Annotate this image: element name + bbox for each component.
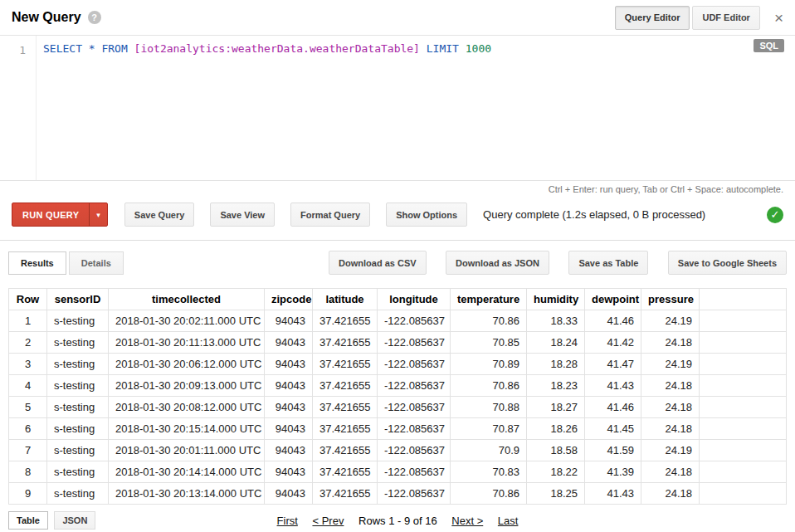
save-query-button[interactable]: Save Query	[124, 203, 195, 227]
table-cell: 70.87	[451, 418, 527, 440]
pagination-prev-link[interactable]: < Prev	[312, 515, 344, 527]
results-table: RowsensorIDtimecollectedzipcodelatitudel…	[8, 288, 787, 505]
table-cell: 2018-01-30 20:06:12.000 UTC	[109, 354, 265, 375]
run-query-button[interactable]: RUN QUERY ▾	[12, 203, 108, 227]
table-cell: -122.085637	[378, 332, 451, 354]
results-footer: Table JSON First < Prev Rows 1 - 9 of 16…	[0, 505, 795, 532]
pagination-first-link[interactable]: First	[277, 515, 298, 527]
table-cell: 70.89	[451, 354, 527, 375]
column-header-pressure: pressure	[641, 289, 700, 310]
line-number: 1	[19, 44, 26, 56]
table-cell: s-testing	[47, 310, 109, 332]
tab-results[interactable]: Results	[8, 251, 66, 275]
table-cell-empty	[700, 418, 787, 440]
table-cell: 24.18	[641, 375, 700, 397]
table-cell: 2018-01-30 20:02:11.000 UTC	[109, 310, 265, 332]
success-check-icon[interactable]: ✓	[767, 207, 783, 223]
table-cell: 24.18	[641, 332, 700, 354]
table-cell-empty	[700, 397, 787, 418]
table-cell: 70.86	[451, 310, 527, 332]
table-cell: 18.23	[527, 375, 585, 397]
table-cell: 2018-01-30 20:01:11.000 UTC	[109, 440, 265, 461]
column-header-longitude: longitude	[378, 289, 451, 310]
table-cell: 37.421655	[313, 440, 378, 461]
table-cell: s-testing	[47, 397, 109, 418]
format-query-button[interactable]: Format Query	[290, 203, 370, 227]
sql-code-line: SELECT * FROM [iot2analytics:weatherData…	[37, 36, 491, 180]
table-cell: 70.88	[451, 397, 527, 418]
table-cell: 2018-01-30 20:14:14.000 UTC	[109, 461, 265, 483]
download-csv-button[interactable]: Download as CSV	[329, 251, 427, 275]
run-query-dropdown-caret-icon[interactable]: ▾	[89, 203, 107, 226]
download-json-button[interactable]: Download as JSON	[446, 251, 549, 275]
table-cell: 41.39	[585, 461, 641, 483]
table-cell: 18.25	[527, 483, 585, 505]
table-cell: 70.86	[451, 375, 527, 397]
table-cell: 24.18	[641, 418, 700, 440]
table-row: 4s-testing2018-01-30 20:09:13.000 UTC940…	[9, 375, 787, 397]
table-cell: 24.19	[641, 354, 700, 375]
table-cell: s-testing	[47, 332, 109, 354]
table-cell: s-testing	[47, 461, 109, 483]
table-cell: 37.421655	[313, 397, 378, 418]
table-cell: 24.18	[641, 483, 700, 505]
table-cell: 94043	[265, 440, 313, 461]
help-icon[interactable]: ?	[88, 11, 101, 24]
table-cell: 24.19	[641, 310, 700, 332]
pagination-next-link[interactable]: Next >	[451, 515, 483, 527]
header-bar: New Query ? Query Editor UDF Editor ×	[0, 0, 795, 35]
table-cell: 18.28	[527, 354, 585, 375]
table-row: 1s-testing2018-01-30 20:02:11.000 UTC940…	[9, 310, 787, 332]
table-cell-empty	[700, 375, 787, 397]
table-row: 2s-testing2018-01-30 20:11:13.000 UTC940…	[9, 332, 787, 354]
table-cell: 41.59	[585, 440, 641, 461]
table-cell: 18.27	[527, 397, 585, 418]
table-cell: -122.085637	[378, 440, 451, 461]
close-icon[interactable]: ×	[774, 10, 783, 26]
table-cell: 2018-01-30 20:09:13.000 UTC	[109, 375, 265, 397]
table-cell: 18.26	[527, 418, 585, 440]
table-cell: 6	[9, 418, 47, 440]
table-cell: -122.085637	[378, 418, 451, 440]
results-actions: Download as CSV Download as JSON Save as…	[313, 251, 787, 275]
table-cell: 94043	[265, 397, 313, 418]
table-cell: 41.43	[585, 375, 641, 397]
column-header-zipcode: zipcode	[265, 289, 313, 310]
save-as-table-button[interactable]: Save as Table	[568, 251, 648, 275]
table-cell: 94043	[265, 483, 313, 505]
show-options-button[interactable]: Show Options	[386, 203, 467, 227]
table-cell: s-testing	[47, 440, 109, 461]
sql-keywords: LIMIT	[420, 42, 466, 55]
tab-details[interactable]: Details	[69, 251, 124, 275]
table-row: 5s-testing2018-01-30 20:08:12.000 UTC940…	[9, 397, 787, 418]
table-cell-empty	[700, 483, 787, 505]
table-cell: -122.085637	[378, 397, 451, 418]
udf-editor-button[interactable]: UDF Editor	[692, 6, 759, 30]
table-cell: 70.83	[451, 461, 527, 483]
save-to-google-sheets-button[interactable]: Save to Google Sheets	[668, 251, 787, 275]
save-view-button[interactable]: Save View	[210, 203, 275, 227]
query-editor[interactable]: 1 SELECT * FROM [iot2analytics:weatherDa…	[0, 35, 795, 181]
table-cell: 41.46	[585, 397, 641, 418]
column-header-dewpoint: dewpoint	[585, 289, 641, 310]
table-cell: 24.18	[641, 461, 700, 483]
query-status-text: Query complete (1.2s elapsed, 0 B proces…	[483, 208, 705, 221]
table-cell: 94043	[265, 332, 313, 354]
table-cell: 70.85	[451, 332, 527, 354]
table-cell: 37.421655	[313, 310, 378, 332]
table-row: 9s-testing2018-01-30 20:13:14.000 UTC940…	[9, 483, 787, 505]
table-cell: 37.421655	[313, 418, 378, 440]
column-header-latitude: latitude	[313, 289, 378, 310]
table-cell: 70.9	[451, 440, 527, 461]
table-cell: 2	[9, 332, 47, 354]
table-cell: 2018-01-30 20:08:12.000 UTC	[109, 397, 265, 418]
results-table-container: RowsensorIDtimecollectedzipcodelatitudel…	[0, 283, 795, 505]
pagination-last-link[interactable]: Last	[498, 515, 519, 527]
query-toolbar: RUN QUERY ▾ Save Query Save View Format …	[0, 196, 795, 238]
table-header-row: RowsensorIDtimecollectedzipcodelatitudel…	[9, 289, 787, 310]
table-cell: 2018-01-30 20:15:14.000 UTC	[109, 418, 265, 440]
table-cell: 37.421655	[313, 375, 378, 397]
table-cell-empty	[700, 310, 787, 332]
query-editor-button[interactable]: Query Editor	[615, 6, 690, 30]
sql-keywords: SELECT * FROM	[43, 42, 134, 55]
